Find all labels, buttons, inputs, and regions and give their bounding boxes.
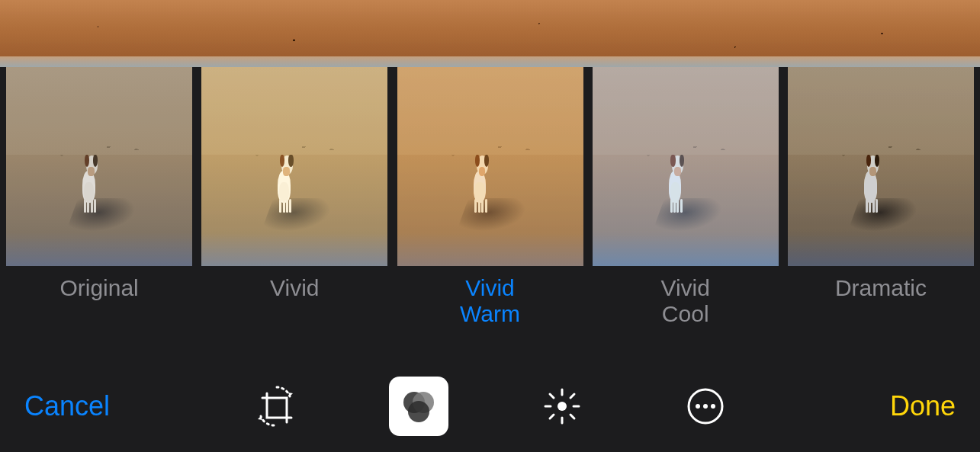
filter-strip[interactable]: OriginalVividVivid WarmVivid CoolDramati…	[0, 67, 980, 341]
svg-point-14	[703, 404, 708, 409]
done-button[interactable]: Done	[890, 390, 956, 422]
adjust-icon	[540, 384, 584, 428]
svg-point-3	[557, 402, 567, 411]
filter-option-vivid_warm[interactable]: Vivid Warm	[395, 67, 584, 327]
filter-label: Dramatic	[835, 275, 927, 301]
svg-line-11	[550, 415, 554, 418]
filter-thumbnail	[788, 67, 974, 266]
filter-thumbnail	[397, 67, 583, 266]
filter-label: Original	[59, 275, 138, 301]
filters-icon	[397, 384, 441, 428]
svg-line-8	[550, 394, 554, 398]
svg-point-15	[711, 404, 715, 409]
filter-option-vivid[interactable]: Vivid	[200, 67, 389, 301]
filter-thumbnail	[6, 67, 192, 266]
filter-thumbnail	[201, 67, 387, 266]
filter-label: Vivid Warm	[460, 275, 520, 327]
svg-point-2	[408, 401, 429, 422]
svg-line-9	[570, 415, 574, 418]
filter-thumbnail	[593, 67, 779, 266]
crop-rotate-icon	[252, 383, 299, 430]
svg-point-13	[696, 404, 700, 409]
photo-preview[interactable]	[0, 0, 980, 67]
edit-toolbar: Cancel	[0, 361, 980, 452]
more-icon	[685, 386, 726, 427]
toolbar-center	[146, 377, 834, 436]
adjust-button[interactable]	[532, 377, 592, 436]
filter-option-dramatic[interactable]: Dramatic	[786, 67, 975, 301]
filter-label: Vivid Cool	[660, 275, 709, 327]
filter-option-original[interactable]: Original	[5, 67, 194, 301]
more-button[interactable]	[676, 377, 735, 436]
preview-image-water	[0, 56, 980, 67]
cancel-button[interactable]: Cancel	[24, 390, 110, 422]
filter-option-vivid_cool[interactable]: Vivid Cool	[591, 67, 780, 327]
crop-rotate-button[interactable]	[246, 377, 305, 436]
filters-button[interactable]	[389, 377, 448, 436]
filter-label: Vivid	[270, 275, 319, 301]
svg-line-10	[570, 394, 574, 398]
